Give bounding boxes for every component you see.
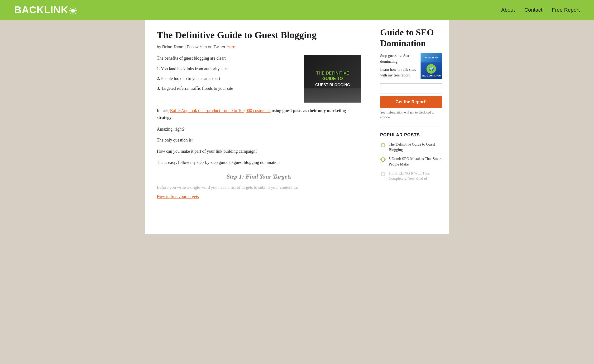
nav-free-report[interactable]: Free Report — [552, 7, 580, 13]
svg-line-6 — [75, 13, 76, 13]
popular-post-1: The Definitive Guide to Guest Blogging — [380, 142, 442, 152]
nav-contact[interactable]: Contact — [524, 7, 542, 13]
benefit-2: 2. People look up to you as an expert — [157, 75, 297, 82]
nav-about[interactable]: About — [501, 7, 515, 13]
intro-section: The benefits of guest blogging are clear… — [157, 55, 361, 103]
book-label: SEO DOMINATION — [421, 74, 442, 77]
step-1-subpara: Before you write a single word you need … — [157, 184, 361, 191]
featured-image: THE DEFINITIVE GUIDE TO GUEST BLOGGING — [304, 55, 361, 103]
author-twitter-link[interactable]: Here — [226, 45, 235, 49]
sidebar-report-section: Guide to SEO Domination Stop guessing. S… — [380, 27, 442, 119]
para-link-building: How can you make it part of your link bu… — [157, 148, 361, 155]
popular-post-link-3[interactable]: I'm KILLING It With This Completely New … — [389, 171, 442, 181]
svg-point-14 — [381, 158, 385, 161]
main-content: The Definitive Guide to Guest Blogging b… — [145, 20, 373, 234]
privacy-text: Your information will not to disclosed t… — [380, 110, 442, 119]
popular-post-link-2[interactable]: 5 Dumb SEO Mistakes That Smart People Ma… — [389, 156, 442, 167]
benefit-3: 3. Targeted referral traffic floods to y… — [157, 85, 297, 92]
svg-line-5 — [70, 8, 71, 9]
article-title: The Definitive Guide to Guest Blogging — [157, 29, 361, 41]
main-nav: About Contact Free Report — [501, 7, 580, 13]
popular-post-icon-1 — [380, 142, 386, 148]
sidebar-desc-line1: Stop guessing. Start dominating. — [380, 53, 417, 64]
popular-posts-section: Popular Posts The Definitive Guide to Gu… — [380, 132, 442, 181]
popular-post-icon-3 — [380, 171, 386, 177]
svg-point-9 — [381, 143, 385, 147]
svg-point-19 — [381, 172, 385, 176]
svg-line-7 — [75, 8, 76, 9]
para-amazing: Amazing, right? — [157, 126, 361, 133]
intro-paragraph: The benefits of guest blogging are clear… — [157, 55, 297, 61]
sidebar-book-row: Stop guessing. Start dominating. Learn h… — [380, 53, 442, 79]
para-question: The only question is: — [157, 137, 361, 144]
author-prefix: by — [157, 45, 161, 49]
book-top-label: BACKLINKO — [424, 57, 439, 59]
logo[interactable]: Backlink — [14, 4, 77, 16]
sidebar: Guide to SEO Domination Stop guessing. S… — [373, 20, 449, 234]
sidebar-report-title: Guide to SEO Domination — [380, 27, 442, 49]
bufferapp-paragraph: In fact, BufferApp took their product fr… — [157, 107, 361, 121]
author-line: by Brian Dean | Follow Him on Twitter He… — [157, 45, 361, 49]
popular-posts-title: Popular Posts — [380, 132, 442, 138]
popular-post-3: I'm KILLING It With This Completely New … — [380, 171, 442, 181]
author-name: Brian Dean — [162, 45, 184, 49]
svg-point-0 — [71, 9, 75, 13]
benefit-1: 1. You land backlinks from authority sit… — [157, 66, 297, 72]
step-1-heading: Step 1: Find Your Targets — [157, 173, 361, 180]
author-separator: | Follow Him on Twitter — [185, 45, 225, 49]
logo-text: Backlink — [14, 4, 77, 16]
email-input[interactable] — [380, 83, 442, 94]
page-wrapper: The Definitive Guide to Guest Blogging b… — [145, 20, 449, 234]
featured-image-title: THE DEFINITIVE GUIDE TO — [316, 71, 349, 82]
sidebar-book-image: BACKLINKO 🌍 SEO DOMINATION — [421, 53, 442, 79]
intro-text: The benefits of guest blogging are clear… — [157, 55, 297, 103]
popular-post-link-1[interactable]: The Definitive Guide to Guest Blogging — [389, 142, 442, 152]
bufferapp-link[interactable]: BufferApp took their product from 0 to 1… — [170, 108, 270, 113]
featured-image-subtitle: GUEST BLOGGING — [315, 83, 350, 87]
benefits-list: 1. You land backlinks from authority sit… — [157, 66, 297, 92]
para-easy: That's easy: follow my step-by-step guid… — [157, 159, 361, 166]
svg-line-8 — [70, 13, 71, 13]
sidebar-description: Stop guessing. Start dominating. Learn h… — [380, 53, 417, 79]
popular-post-2: 5 Dumb SEO Mistakes That Smart People Ma… — [380, 156, 442, 167]
popular-post-icon-2 — [380, 157, 386, 162]
site-header: Backlink About Contact Free Report — [0, 0, 594, 20]
sidebar-desc-line2: Learn how to rank sites with my free rep… — [380, 67, 417, 78]
get-report-button[interactable]: Get the Report! — [380, 96, 442, 108]
sidebar-divider — [380, 126, 442, 127]
find-targets-link[interactable]: How to find your targets — [157, 194, 199, 199]
